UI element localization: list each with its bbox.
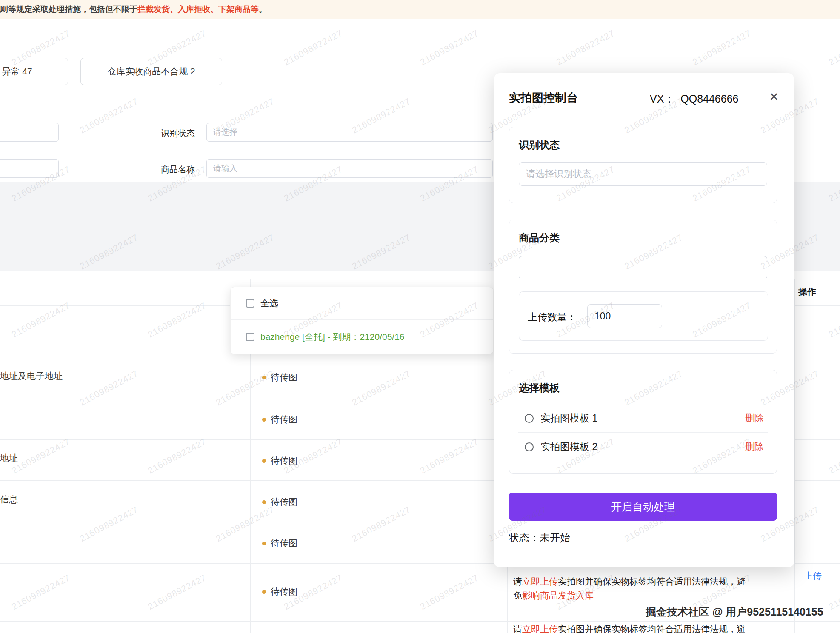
upload-count-input[interactable]: [587, 304, 662, 328]
filter-status-label: 识别状态: [161, 128, 195, 139]
watermark-tile: 216098922427: [418, 436, 480, 476]
upload-warning: 请立即上传实拍图并确保实物标签均符合适用法律法规，避免影响商品发货入库: [513, 622, 754, 633]
status-label: 待传图: [271, 496, 297, 508]
status-badge: 待传图: [262, 538, 297, 548]
section-recognition-status: 识别状态: [509, 127, 777, 203]
filter-product-label: 商品名称: [161, 164, 195, 175]
watermark-tile: 216098922427: [418, 28, 480, 68]
watermark-tile: 216098922427: [691, 28, 753, 68]
warning-text-red: 影响商品发货入库: [522, 590, 594, 600]
modal-title: 实拍图控制台: [509, 90, 578, 106]
watermark-tile: 216098922427: [78, 505, 140, 544]
tab-abnormal[interactable]: 异常 47: [0, 58, 68, 85]
watermark-tile: 216098922427: [554, 28, 617, 68]
status-dot-icon: [262, 376, 266, 379]
status-badge: 待传图: [262, 414, 297, 425]
section-template-select: 选择模板 实拍图模板 1 删除 实拍图模板 2 删除: [509, 370, 777, 474]
template1-delete-link[interactable]: 删除: [745, 412, 764, 425]
table-cell-text: 信息: [0, 493, 18, 505]
account-checkbox[interactable]: [246, 333, 254, 341]
notice-highlight: 拦截发货、入库拒收、下架商品等: [137, 4, 259, 15]
section-title: 识别状态: [519, 138, 560, 152]
status-badge: 待传图: [262, 456, 297, 466]
watermark-tile: 216098922427: [827, 436, 840, 476]
upload-warning: 请立即上传实拍图并确保实物标签均符合适用法律法规，避免影响商品发货入库: [513, 574, 754, 602]
section-product-category: 商品分类 上传数量：: [509, 220, 777, 354]
divider: [794, 279, 795, 633]
watermark-tile: 216098922427: [146, 436, 208, 476]
warning-text: 请: [513, 576, 522, 586]
template2-delete-link[interactable]: 删除: [745, 440, 764, 453]
filter-status-select[interactable]: [206, 123, 493, 142]
select-all-row[interactable]: 全选: [231, 287, 493, 320]
template1-radio[interactable]: [525, 414, 534, 423]
table-cell-text: 地址: [0, 452, 18, 464]
watermark-tile: 216098922427: [827, 300, 840, 340]
table-cell-text: 地址及电子地址: [0, 370, 63, 382]
status-label: 待传图: [271, 537, 297, 549]
watermark-tile: 216098922427: [827, 28, 840, 68]
template1-label: 实拍图模板 1: [540, 412, 597, 425]
select-all-checkbox[interactable]: [246, 299, 254, 308]
upload-now-link[interactable]: 立即上传: [522, 576, 558, 586]
watermark-tile: 216098922427: [418, 573, 480, 612]
watermark-tile: 216098922427: [10, 300, 72, 340]
watermark-tile: 216098922427: [350, 368, 412, 408]
product-category-input[interactable]: [519, 256, 767, 279]
status-badge: 待传图: [262, 587, 297, 597]
upload-now-link[interactable]: 立即上传: [522, 624, 558, 633]
warning-text: 请: [513, 624, 522, 633]
section-title: 选择模板: [519, 381, 560, 395]
status-dot-icon: [262, 418, 266, 422]
account-dropdown: 全选 bazhenge [全托] - 到期：2120/05/16: [230, 287, 494, 354]
watermark-tile: 216098922427: [827, 573, 840, 612]
screen: 则等规定采取处理措施，包括但不限于拦截发货、入库拒收、下架商品等。 异常 47 …: [0, 0, 840, 633]
upload-action-link[interactable]: 上传: [804, 570, 822, 582]
status-label: 待传图: [271, 455, 297, 467]
watermark-tile: 216098922427: [78, 368, 140, 408]
watermark-tile: 216098922427: [282, 28, 344, 68]
watermark-tile: 216098922427: [146, 573, 208, 612]
status-dot-icon: [262, 500, 266, 504]
table-header-action: 操作: [798, 286, 816, 298]
divider: [0, 621, 840, 622]
filter-cut-input-2[interactable]: [0, 159, 59, 178]
notice-text: 则等规定采取处理措施，包括但不限于: [0, 4, 137, 15]
status-badge: 待传图: [262, 372, 297, 382]
account-option-label: bazhenge [全托] - 到期：2120/05/16: [260, 331, 405, 343]
watermark-tile: 216098922427: [350, 505, 412, 544]
template-row-1[interactable]: 实拍图模板 1 删除: [509, 404, 777, 432]
filter-cut-input-1[interactable]: [0, 123, 59, 142]
watermark-tile: 216098922427: [10, 573, 72, 612]
notice-banner: 则等规定采取处理措施，包括但不限于拦截发货、入库拒收、下架商品等。: [0, 0, 840, 19]
upload-count-label: 上传数量：: [528, 311, 577, 324]
template-row-2[interactable]: 实拍图模板 2 删除: [509, 433, 777, 461]
upload-count-box: 上传数量：: [519, 291, 768, 341]
status-dot-icon: [262, 542, 266, 545]
account-option-row[interactable]: bazhenge [全托] - 到期：2120/05/16: [231, 320, 493, 354]
recognition-status-select[interactable]: [519, 162, 767, 186]
photo-console-modal: 实拍图控制台 VX： QQ8446666 ✕ 识别状态 商品分类 上传数量： 选…: [494, 73, 794, 567]
section-title: 商品分类: [519, 231, 560, 245]
watermark-tile: 216098922427: [78, 96, 140, 136]
modal-vx-contact: VX： QQ8446666: [650, 92, 738, 106]
watermark-tile: 216098922427: [10, 436, 72, 476]
template2-radio[interactable]: [525, 442, 534, 451]
status-label: 待传图: [271, 586, 297, 598]
process-status-text: 状态：未开始: [509, 531, 570, 545]
status-label: 待传图: [271, 413, 297, 425]
close-icon[interactable]: ✕: [769, 90, 779, 104]
status-dot-icon: [262, 459, 266, 463]
select-all-label: 全选: [260, 297, 278, 309]
status-badge: 待传图: [262, 497, 297, 507]
tab-warehouse-reject[interactable]: 仓库实收商品不合规 2: [80, 58, 222, 85]
watermark-tile: 216098922427: [0, 505, 4, 544]
filter-product-input[interactable]: [206, 159, 493, 178]
start-auto-process-button[interactable]: 开启自动处理: [509, 493, 777, 521]
credit-watermark: 掘金技术社区 @ 用户9525115140155: [646, 605, 823, 619]
template2-label: 实拍图模板 2: [540, 440, 597, 453]
status-dot-icon: [262, 590, 266, 594]
status-label: 待传图: [271, 371, 297, 383]
watermark-tile: 216098922427: [146, 300, 208, 340]
notice-suffix: 。: [259, 4, 267, 15]
